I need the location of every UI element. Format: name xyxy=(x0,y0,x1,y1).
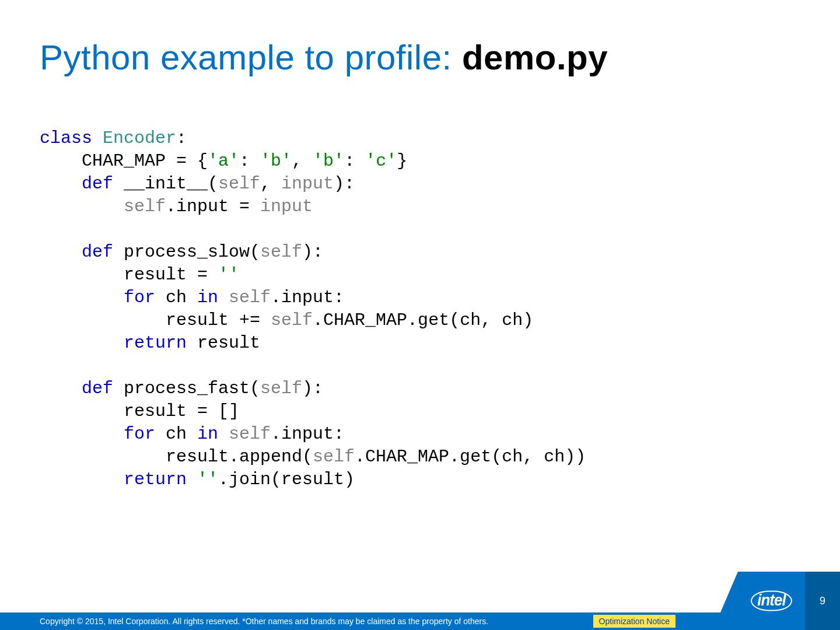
code-token: result = xyxy=(40,265,218,285)
code-token: } xyxy=(397,151,407,171)
code-token: def xyxy=(82,379,124,398)
code-token: '' xyxy=(218,265,239,285)
optimization-notice-badge: Optimization Notice xyxy=(593,615,676,628)
code-token: self xyxy=(124,197,166,216)
code-token: process_fast( xyxy=(124,379,260,398)
code-token: in xyxy=(197,288,229,307)
copyright-text: Copyright © 2015, Intel Corporation. All… xyxy=(0,617,593,626)
code-token: input xyxy=(281,174,334,194)
code-token: .CHAR_MAP.get(ch, ch)) xyxy=(355,447,586,467)
code-token xyxy=(40,333,124,353)
code-token: return xyxy=(124,470,197,489)
code-token: self xyxy=(218,174,260,194)
code-token: : xyxy=(176,128,187,148)
code-token: for xyxy=(124,288,166,307)
code-token xyxy=(40,379,82,398)
code-token: return xyxy=(124,333,197,353)
page-number: 9 xyxy=(820,595,825,607)
code-token: .join(result) xyxy=(218,470,355,489)
code-token: .input = xyxy=(166,197,260,216)
code-token: , xyxy=(292,151,313,171)
code-token: CHAR_MAP = { xyxy=(40,151,208,171)
code-token: ): xyxy=(334,174,355,194)
code-token xyxy=(40,174,82,194)
code-token: .CHAR_MAP.get(ch, ch) xyxy=(313,310,533,330)
code-token: in xyxy=(197,424,229,444)
code-token: input xyxy=(260,197,313,216)
page-number-panel: 9 xyxy=(805,572,840,630)
code-token xyxy=(40,197,124,216)
code-token: : xyxy=(344,151,365,171)
code-token: Encoder xyxy=(103,128,176,148)
code-token: __init__( xyxy=(124,174,218,194)
code-token: for xyxy=(124,424,166,444)
code-token: .input: xyxy=(271,424,344,444)
slide-title: Python example to profile: demo.py xyxy=(40,37,608,78)
code-token: result = [] xyxy=(40,401,239,421)
code-token: .input: xyxy=(271,288,344,307)
code-token: ch xyxy=(166,424,197,444)
code-token: ): xyxy=(302,242,323,262)
code-token: 'c' xyxy=(365,151,397,171)
code-token: 'b' xyxy=(260,151,292,171)
logo-panel: intel xyxy=(738,572,805,630)
code-token: def xyxy=(82,174,124,194)
code-token: : xyxy=(239,151,260,171)
title-filename: demo.py xyxy=(462,38,608,77)
code-token: self xyxy=(229,288,271,307)
code-token: self xyxy=(229,424,271,444)
code-token: self xyxy=(313,447,355,467)
code-token: 'a' xyxy=(208,151,239,171)
code-token: result xyxy=(197,333,260,353)
code-token: ): xyxy=(302,379,323,398)
code-token xyxy=(40,470,124,489)
slide: Python example to profile: demo.py class… xyxy=(0,0,840,630)
code-token xyxy=(40,424,124,444)
title-prefix: Python example to profile: xyxy=(40,38,462,77)
code-token: result.append( xyxy=(40,447,313,467)
code-token: , xyxy=(260,174,281,194)
code-token: 'b' xyxy=(313,151,344,171)
code-token: self xyxy=(271,310,313,330)
code-token: self xyxy=(260,242,302,262)
code-token: class xyxy=(40,128,103,148)
footer-bar: Copyright © 2015, Intel Corporation. All… xyxy=(0,612,840,630)
code-token: ch xyxy=(166,288,197,307)
code-token: process_slow( xyxy=(124,242,260,262)
code-token: self xyxy=(260,379,302,398)
code-token: '' xyxy=(197,470,218,489)
code-block: class Encoder: CHAR_MAP = {'a': 'b', 'b'… xyxy=(40,127,586,491)
code-token: def xyxy=(82,242,124,262)
code-token xyxy=(40,288,124,307)
code-token: result += xyxy=(40,310,271,330)
intel-logo-icon: intel xyxy=(751,590,792,611)
code-token xyxy=(40,242,82,262)
